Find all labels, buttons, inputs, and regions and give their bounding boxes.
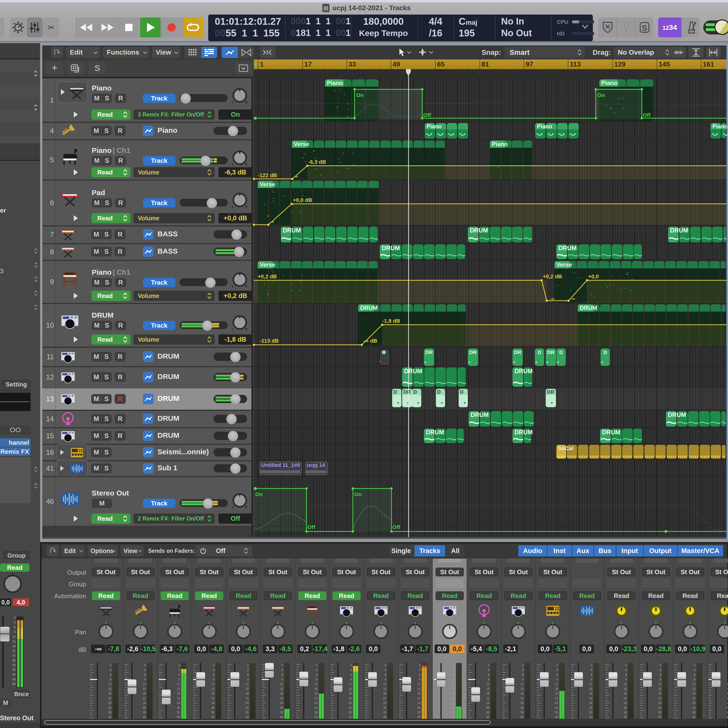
svg-text:S: S <box>642 23 647 32</box>
